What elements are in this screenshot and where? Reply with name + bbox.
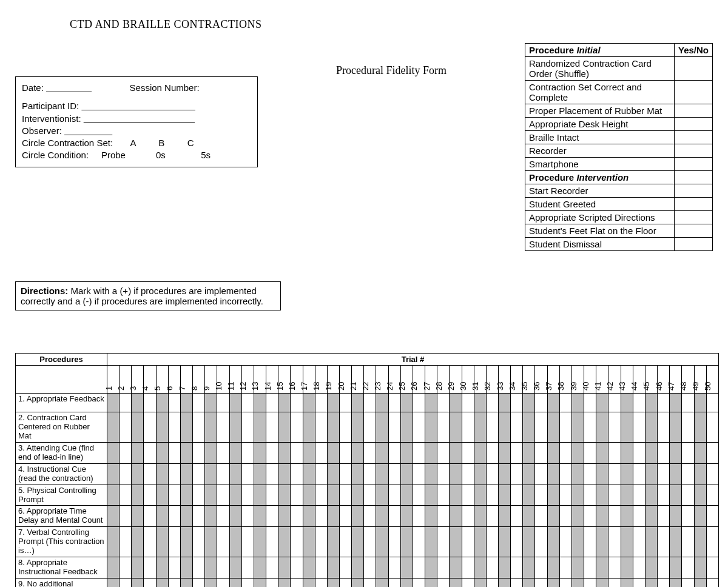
trial-cell[interactable] <box>559 442 571 463</box>
trial-cell[interactable] <box>193 412 205 443</box>
trial-cell[interactable] <box>450 557 462 579</box>
trial-cell[interactable] <box>278 506 291 527</box>
trial-cell[interactable] <box>608 506 621 527</box>
trial-cell[interactable] <box>120 463 132 485</box>
trial-cell[interactable] <box>315 442 327 463</box>
trial-cell[interactable] <box>217 463 229 485</box>
trial-cell[interactable] <box>107 485 120 506</box>
trial-cell[interactable] <box>193 485 205 506</box>
trial-cell[interactable] <box>474 485 486 506</box>
trial-cell[interactable] <box>682 579 694 588</box>
trial-cell[interactable] <box>168 412 180 443</box>
trial-cell[interactable] <box>559 394 571 412</box>
trial-cell[interactable] <box>241 442 254 463</box>
trial-cell[interactable] <box>559 412 571 443</box>
trial-cell[interactable] <box>303 579 315 588</box>
trial-cell[interactable] <box>523 506 535 527</box>
trial-cell[interactable] <box>241 527 254 557</box>
trial-cell[interactable] <box>205 485 217 506</box>
observer-field-line[interactable] <box>64 126 112 136</box>
trial-cell[interactable] <box>596 527 608 557</box>
trial-cell[interactable] <box>559 527 571 557</box>
trial-cell[interactable] <box>266 463 278 485</box>
yn-cell[interactable] <box>674 224 712 238</box>
trial-cell[interactable] <box>658 579 670 588</box>
trial-cell[interactable] <box>376 527 388 557</box>
trial-cell[interactable] <box>511 463 523 485</box>
trial-cell[interactable] <box>621 485 633 506</box>
trial-cell[interactable] <box>571 579 584 588</box>
trial-cell[interactable] <box>462 442 474 463</box>
trial-cell[interactable] <box>535 463 547 485</box>
trial-cell[interactable] <box>523 394 535 412</box>
trial-cell[interactable] <box>352 557 364 579</box>
trial-cell[interactable] <box>278 527 291 557</box>
trial-cell[interactable] <box>450 527 462 557</box>
trial-cell[interactable] <box>156 485 168 506</box>
yn-cell[interactable] <box>674 104 712 118</box>
trial-cell[interactable] <box>413 557 425 579</box>
trial-cell[interactable] <box>388 557 400 579</box>
trial-cell[interactable] <box>180 485 192 506</box>
trial-cell[interactable] <box>132 394 144 412</box>
trial-cell[interactable] <box>547 463 559 485</box>
trial-cell[interactable] <box>499 506 511 527</box>
trial-cell[interactable] <box>266 394 278 412</box>
trial-cell[interactable] <box>413 412 425 443</box>
trial-cell[interactable] <box>180 506 192 527</box>
trial-cell[interactable] <box>596 579 608 588</box>
trial-cell[interactable] <box>584 506 596 527</box>
trial-cell[interactable] <box>254 412 266 443</box>
yn-cell[interactable] <box>674 81 712 104</box>
trial-cell[interactable] <box>584 557 596 579</box>
trial-cell[interactable] <box>621 442 633 463</box>
trial-cell[interactable] <box>291 579 303 588</box>
trial-cell[interactable] <box>180 463 192 485</box>
trial-cell[interactable] <box>474 557 486 579</box>
trial-cell[interactable] <box>168 527 180 557</box>
trial-cell[interactable] <box>535 485 547 506</box>
trial-cell[interactable] <box>400 394 413 412</box>
trial-cell[interactable] <box>474 412 486 443</box>
trial-cell[interactable] <box>658 463 670 485</box>
trial-cell[interactable] <box>229 527 241 557</box>
trial-cell[interactable] <box>596 485 608 506</box>
trial-cell[interactable] <box>437 557 450 579</box>
trial-cell[interactable] <box>633 579 645 588</box>
trial-cell[interactable] <box>352 485 364 506</box>
trial-cell[interactable] <box>474 506 486 527</box>
trial-cell[interactable] <box>254 557 266 579</box>
trial-cell[interactable] <box>400 506 413 527</box>
trial-cell[interactable] <box>658 506 670 527</box>
trial-cell[interactable] <box>645 527 657 557</box>
trial-cell[interactable] <box>291 412 303 443</box>
trial-cell[interactable] <box>156 579 168 588</box>
trial-cell[interactable] <box>364 579 376 588</box>
trial-cell[interactable] <box>388 506 400 527</box>
trial-cell[interactable] <box>633 442 645 463</box>
trial-cell[interactable] <box>645 412 657 443</box>
cond-option-0s[interactable]: 0s <box>156 150 166 160</box>
trial-cell[interactable] <box>107 557 120 579</box>
trial-cell[interactable] <box>205 527 217 557</box>
trial-cell[interactable] <box>180 557 192 579</box>
trial-cell[interactable] <box>462 485 474 506</box>
trial-cell[interactable] <box>450 412 462 443</box>
trial-cell[interactable] <box>682 527 694 557</box>
yn-cell[interactable] <box>674 57 712 81</box>
trial-cell[interactable] <box>120 485 132 506</box>
trial-cell[interactable] <box>621 412 633 443</box>
trial-cell[interactable] <box>596 394 608 412</box>
trial-cell[interactable] <box>596 442 608 463</box>
trial-cell[interactable] <box>547 579 559 588</box>
trial-cell[interactable] <box>486 557 498 579</box>
trial-cell[interactable] <box>229 412 241 443</box>
trial-cell[interactable] <box>120 579 132 588</box>
trial-cell[interactable] <box>241 412 254 443</box>
trial-cell[interactable] <box>462 579 474 588</box>
trial-cell[interactable] <box>205 579 217 588</box>
trial-cell[interactable] <box>156 527 168 557</box>
trial-cell[interactable] <box>144 412 156 443</box>
set-option-c[interactable]: C <box>187 138 194 148</box>
trial-cell[interactable] <box>327 485 339 506</box>
